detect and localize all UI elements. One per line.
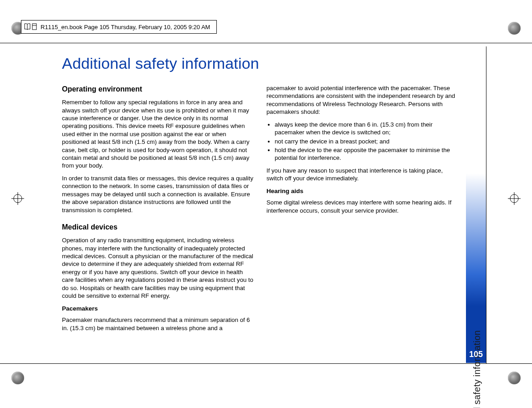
paragraph: Remember to follow any special regulatio… xyxy=(62,98,254,170)
book-icon xyxy=(24,23,38,31)
heading-operating-environment: Operating environment xyxy=(62,84,254,94)
side-section-label: Additional safety information xyxy=(472,330,482,408)
paragraph: Some digital wireless devices may interf… xyxy=(266,199,458,214)
corner-disc-icon xyxy=(508,372,521,384)
registration-mark-icon xyxy=(11,192,24,205)
list-item: hold the device to the ear opposite the … xyxy=(275,146,458,162)
crop-line xyxy=(0,363,532,364)
header-meta-bar: R1115_en.book Page 105 Thursday, Februar… xyxy=(21,20,217,34)
heading-pacemakers: Pacemakers xyxy=(62,305,254,313)
corner-disc-icon xyxy=(508,22,521,35)
crop-line xyxy=(486,46,486,363)
heading-hearing-aids: Hearing aids xyxy=(266,187,458,195)
page-number: 105 xyxy=(466,350,486,359)
bullet-list: always keep the device more than 6 in. (… xyxy=(266,121,458,162)
page-content: Additional safety information Operating … xyxy=(62,55,458,355)
corner-disc-icon xyxy=(11,372,24,384)
list-item: not carry the device in a breast pocket;… xyxy=(275,138,458,145)
text-columns: Operating environment Remember to follow… xyxy=(62,84,458,339)
registration-mark-icon xyxy=(508,192,521,205)
crop-line xyxy=(0,43,532,43)
paragraph: Operation of any radio transmitting equi… xyxy=(62,236,254,300)
svg-rect-7 xyxy=(32,24,36,30)
side-tab: Additional safety information 105 xyxy=(466,47,486,363)
page-title: Additional safety information xyxy=(62,55,458,72)
header-meta-text: R1115_en.book Page 105 Thursday, Februar… xyxy=(41,24,210,31)
heading-medical-devices: Medical devices xyxy=(62,222,254,232)
list-item: always keep the device more than 6 in. (… xyxy=(275,121,458,137)
paragraph: In order to transmit data files or messa… xyxy=(62,174,254,214)
paragraph: If you have any reason to suspect that i… xyxy=(266,167,458,183)
